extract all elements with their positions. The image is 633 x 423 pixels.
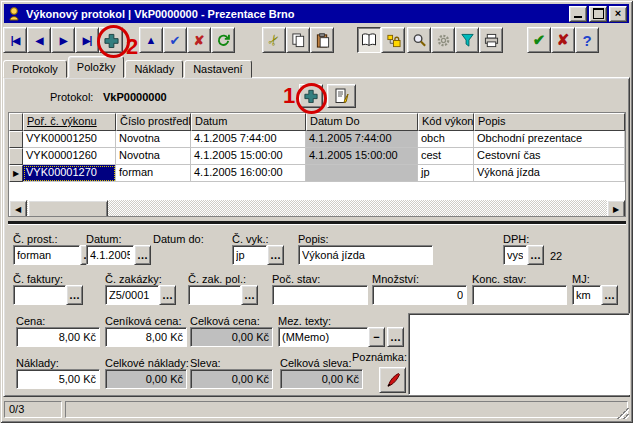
copy-button[interactable]: [286, 27, 310, 53]
help-button[interactable]: ?: [575, 27, 599, 53]
c-zakazky-input[interactable]: [105, 285, 159, 305]
tab-polozky[interactable]: Položky: [68, 56, 125, 78]
c-zakazky-lookup-button[interactable]: …: [159, 285, 176, 305]
c-vyk-input[interactable]: [232, 245, 267, 265]
report-button[interactable]: [327, 84, 356, 108]
cenikova-cena-input[interactable]: [105, 327, 187, 347]
col-header-kod-vykonu[interactable]: Kód výkonu: [418, 113, 474, 131]
settings-button[interactable]: [431, 27, 455, 53]
scroll-thumb[interactable]: [28, 200, 108, 217]
cell[interactable]: forman: [116, 165, 191, 182]
grid-horizontal-scrollbar[interactable]: ◀ ▶: [9, 200, 625, 216]
cell[interactable]: 4.1.2005 15:00:00: [191, 148, 306, 165]
cell[interactable]: jp: [418, 165, 474, 182]
paste-icon: [315, 33, 330, 48]
cell[interactable]: obch: [418, 131, 474, 148]
cell[interactable]: [306, 165, 418, 182]
col-header-por-c-vykonu[interactable]: Poř. č. výkonu: [23, 113, 116, 131]
add-item-button[interactable]: [299, 84, 323, 108]
minimize-button[interactable]: [569, 6, 587, 22]
c-zak-pol-input[interactable]: [188, 285, 241, 305]
col-header-cislo-prostredku[interactable]: Číslo prostředku: [116, 113, 191, 131]
cell[interactable]: Výkoná jízda: [474, 165, 625, 182]
cell[interactable]: VYK00001260: [23, 148, 116, 165]
tab-nastaveni[interactable]: Nastavení: [184, 60, 252, 78]
cell[interactable]: 4.1.2005 15:00:00: [306, 148, 418, 165]
cell[interactable]: Cestovní čas: [474, 148, 625, 165]
table-row[interactable]: VYK00001260 Novotna 4.1.2005 15:00:00 4.…: [9, 148, 625, 165]
resize-grip[interactable]: [617, 407, 629, 419]
col-header-datum[interactable]: Datum: [191, 113, 306, 131]
tab-naklady[interactable]: Náklady: [125, 60, 183, 78]
selected-cell[interactable]: VYK00001270: [23, 165, 116, 182]
cell[interactable]: Novotna: [116, 131, 191, 148]
mez-texty-input[interactable]: [278, 327, 368, 347]
last-record-button[interactable]: ▶|: [75, 27, 99, 53]
row-selector[interactable]: [9, 148, 23, 165]
field-label: Č. zakázky:: [105, 273, 176, 285]
close-window-button[interactable]: ✘: [551, 27, 575, 53]
table-row[interactable]: VYK00001250 Novotna 4.1.2005 7:44:00 4.1…: [9, 131, 625, 148]
permissions-button[interactable]: [381, 27, 405, 53]
post-record-button[interactable]: ✔: [163, 27, 187, 53]
cell[interactable]: VYK00001250: [23, 131, 116, 148]
c-vyk-lookup-button[interactable]: …: [267, 245, 284, 265]
search-button[interactable]: [407, 27, 431, 53]
table-row-selected[interactable]: ▶ VYK00001270 forman 4.1.2005 16:00:00 j…: [9, 165, 625, 182]
scroll-track[interactable]: [108, 200, 607, 216]
col-header-datum-do[interactable]: Datum Do: [306, 113, 418, 131]
scroll-left-button[interactable]: ◀: [9, 200, 27, 217]
col-header-popis[interactable]: Popis: [474, 113, 625, 131]
cell[interactable]: Obchodní prezentace: [474, 131, 625, 148]
edit-record-button[interactable]: ▲: [139, 27, 163, 53]
cell[interactable]: cest: [418, 148, 474, 165]
plus-icon: [104, 33, 119, 48]
paste-button[interactable]: [310, 27, 334, 53]
cell[interactable]: Novotna: [116, 148, 191, 165]
mj-input[interactable]: [572, 285, 601, 305]
konc-stav-input[interactable]: [472, 285, 567, 305]
maximize-button[interactable]: [589, 6, 607, 22]
dph-input[interactable]: [503, 245, 527, 265]
next-record-button[interactable]: ▶: [51, 27, 75, 53]
poc-stav-input[interactable]: [272, 285, 368, 305]
dph-lookup-button[interactable]: …: [527, 245, 544, 265]
app-icon[interactable]: [6, 6, 22, 22]
mnozstvi-input[interactable]: [372, 285, 467, 305]
datum-input[interactable]: [86, 245, 134, 265]
field-label: Náklady:: [16, 357, 100, 369]
print-button[interactable]: [479, 27, 503, 53]
popis-input[interactable]: [298, 245, 433, 265]
insert-record-button[interactable]: [99, 27, 123, 53]
first-record-icon: |◀: [11, 35, 20, 46]
cell[interactable]: 4.1.2005 7:44:00: [191, 131, 306, 148]
c-faktury-lookup-button[interactable]: …: [66, 285, 83, 305]
confirm-button[interactable]: ✔: [527, 27, 551, 53]
first-record-button[interactable]: |◀: [3, 27, 27, 53]
mez-texty-clear-button[interactable]: −: [368, 327, 385, 347]
cut-button[interactable]: ✂: [262, 27, 286, 53]
naklady-input[interactable]: [16, 369, 100, 389]
cena-input[interactable]: [16, 327, 100, 347]
mez-texty-edit-button[interactable]: …: [387, 327, 404, 347]
c-faktury-input[interactable]: [13, 285, 66, 305]
c-prost-input[interactable]: [13, 245, 80, 265]
poznamka-label: Poznámka:: [352, 351, 406, 363]
current-row-marker[interactable]: ▶: [9, 165, 23, 182]
filter-button[interactable]: [455, 27, 479, 53]
mj-lookup-button[interactable]: …: [601, 285, 618, 305]
poznamka-edit-button[interactable]: [379, 367, 406, 393]
cancel-record-button[interactable]: ✘: [187, 27, 211, 53]
tab-protokoly[interactable]: Protokoly: [3, 60, 67, 78]
row-selector[interactable]: [9, 131, 23, 148]
datum-lookup-button[interactable]: …: [134, 245, 151, 265]
view-book-button[interactable]: [357, 27, 381, 53]
scroll-right-button[interactable]: ▶: [607, 200, 625, 217]
refresh-button[interactable]: [211, 27, 235, 53]
cell[interactable]: 4.1.2005 16:00:00: [191, 165, 306, 182]
close-button[interactable]: ×: [609, 6, 627, 22]
c-zak-pol-lookup-button[interactable]: …: [241, 285, 258, 305]
prior-record-button[interactable]: ◀: [27, 27, 51, 53]
poznamka-memo[interactable]: [408, 313, 630, 395]
cell[interactable]: 4.1.2005 7:44:00: [306, 131, 418, 148]
